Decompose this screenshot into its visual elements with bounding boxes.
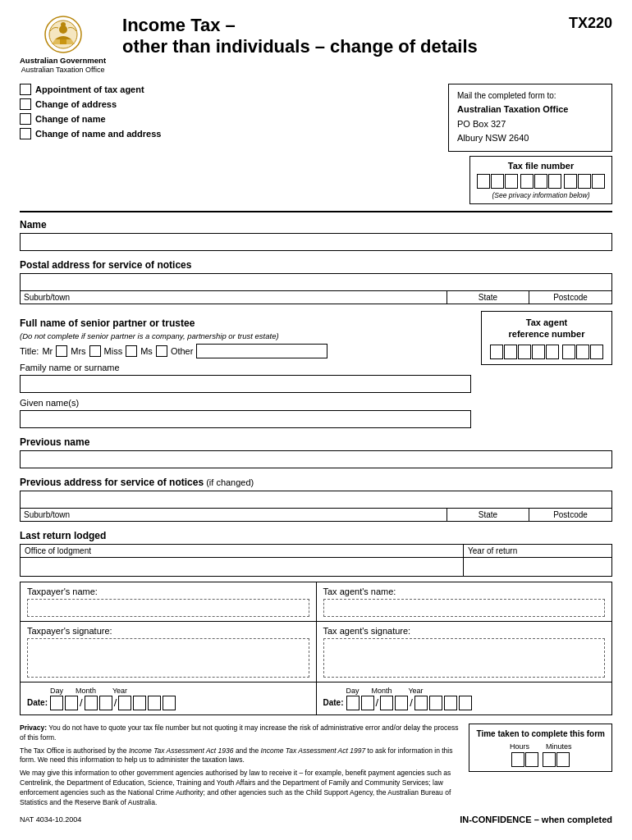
- title-mrs-label: Mrs: [71, 346, 85, 356]
- agent-sig-input[interactable]: [323, 638, 606, 678]
- hours-label: Hours: [510, 742, 529, 751]
- date-label-2-text: Date:: [323, 698, 344, 707]
- prev-address-row: Previous address for service of notices …: [20, 477, 612, 488]
- taxpayer-name-input[interactable]: [27, 599, 309, 617]
- agent-sig-half: Tax agent's signature:: [317, 622, 612, 682]
- minutes-cell[interactable]: [543, 752, 556, 767]
- date-cell[interactable]: [65, 696, 78, 710]
- date-cell[interactable]: [163, 696, 176, 710]
- taxpayer-name-half: Taxpayer's name:: [21, 582, 317, 621]
- day-label-1: Day: [50, 687, 63, 695]
- privacy-text2: The Tax Office is authorised by the: [20, 746, 129, 755]
- day-label-2: Day: [346, 687, 360, 695]
- hours-cell[interactable]: [525, 752, 538, 767]
- title-line2: other than individuals – change of detai…: [122, 36, 478, 57]
- checkbox-name-label: Change of name: [35, 114, 106, 124]
- taxpayer-name-label: Taxpayer's name:: [27, 587, 309, 596]
- tfn-note: (See privacy information below): [477, 191, 605, 199]
- ta-cell[interactable]: [562, 345, 575, 359]
- date-cell[interactable]: [395, 696, 408, 710]
- checkbox-address[interactable]: Change of address: [20, 98, 438, 110]
- tfn-cell[interactable]: [520, 174, 534, 189]
- ta-cell[interactable]: [546, 345, 559, 359]
- tfn-group-3: [564, 174, 605, 189]
- tfn-cell[interactable]: [491, 174, 504, 189]
- date-cell[interactable]: [361, 696, 374, 710]
- checkbox-appointment[interactable]: Appointment of tax agent: [20, 84, 438, 95]
- date-cell[interactable]: [459, 696, 472, 710]
- date-cell[interactable]: [429, 696, 442, 710]
- ta-cell[interactable]: [490, 345, 503, 359]
- title-line1: Income Tax –: [122, 15, 236, 35]
- form-title: Income Tax – other than individuals – ch…: [122, 15, 478, 58]
- last-return-label: Last return lodged: [20, 530, 612, 541]
- privacy-text1: You do not have to quote your tax file n…: [20, 724, 458, 742]
- agent-name-input[interactable]: [323, 599, 606, 617]
- tfn-cell[interactable]: [477, 174, 490, 189]
- family-name-input[interactable]: [20, 375, 471, 393]
- title-other-input[interactable]: [196, 344, 327, 358]
- prev-name-input[interactable]: [20, 450, 612, 468]
- ta-cell[interactable]: [518, 345, 531, 359]
- checkbox-address-box[interactable]: [20, 98, 31, 110]
- tfn-group-1: [477, 174, 518, 189]
- office-input[interactable]: [21, 558, 464, 576]
- postcode-label: Postcode: [529, 291, 611, 304]
- title-mr-checkbox[interactable]: [56, 345, 67, 357]
- year-input[interactable]: [464, 558, 611, 576]
- prev-address-note: (if changed): [206, 477, 254, 487]
- tax-agent-title: Tax agent reference number: [490, 317, 603, 340]
- tfn-cell[interactable]: [564, 174, 577, 189]
- tfn-box: Tax file number: [469, 156, 612, 204]
- checkbox-name-box[interactable]: [20, 113, 31, 125]
- footer-row: NAT 4034-10.2004 IN-CONFIDENCE – when co…: [20, 815, 612, 824]
- date-cell[interactable]: [346, 696, 360, 710]
- prev-postcode-label: Postcode: [529, 509, 611, 521]
- taxpayer-sig-input[interactable]: [27, 638, 309, 678]
- tfn-cell[interactable]: [534, 174, 547, 189]
- checkbox-appointment-box[interactable]: [20, 84, 31, 95]
- date-label-1: Day Month Year Date: /: [27, 687, 176, 710]
- ta-cell[interactable]: [590, 345, 603, 359]
- date-cell[interactable]: [444, 696, 457, 710]
- tfn-cell[interactable]: [592, 174, 605, 189]
- date-cell[interactable]: [50, 696, 63, 710]
- date-cell[interactable]: [85, 696, 98, 710]
- form-code: TX220: [569, 15, 612, 32]
- agent-date-row: Day Month Year Date: /: [317, 682, 612, 714]
- hours-cell[interactable]: [511, 752, 524, 767]
- date-cell[interactable]: [99, 696, 112, 710]
- tax-agent-line2: reference number: [509, 329, 585, 339]
- title-other-label: Other: [171, 346, 194, 356]
- title-miss-checkbox[interactable]: [126, 345, 137, 357]
- postal-input[interactable]: [20, 273, 612, 291]
- date-cell[interactable]: [148, 696, 161, 710]
- taxpayer-sig-label: Taxpayer's signature:: [27, 626, 309, 636]
- tfn-cell[interactable]: [548, 174, 561, 189]
- checkbox-name-address-box[interactable]: [20, 128, 31, 139]
- checkbox-name[interactable]: Change of name: [20, 113, 438, 125]
- minutes-cell[interactable]: [556, 752, 570, 767]
- prev-address-input[interactable]: [20, 491, 612, 509]
- tfn-cell[interactable]: [578, 174, 591, 189]
- last-return-headers: Office of lodgment Year of return: [21, 545, 611, 558]
- svg-point-4: [61, 22, 66, 27]
- date-cell[interactable]: [380, 696, 393, 710]
- agent-sig-label: Tax agent's signature:: [323, 626, 606, 636]
- mail-line3: Albury NSW 2640: [457, 131, 603, 146]
- date-cell[interactable]: [133, 696, 146, 710]
- name-input[interactable]: [20, 233, 612, 251]
- title-mrs-checkbox[interactable]: [89, 345, 101, 357]
- gov-text: Australian Government Australian Taxatio…: [20, 56, 106, 75]
- date-cell[interactable]: [414, 696, 428, 710]
- ta-cell[interactable]: [576, 345, 589, 359]
- checkbox-name-address[interactable]: Change of name and address: [20, 128, 438, 139]
- ta-cell[interactable]: [532, 345, 545, 359]
- title-ms-checkbox[interactable]: [156, 345, 167, 357]
- time-title: Time taken to complete this form: [476, 728, 605, 739]
- given-names-input[interactable]: [20, 410, 471, 428]
- nat-code: NAT 4034-10.2004: [20, 815, 81, 824]
- ta-cell[interactable]: [504, 345, 517, 359]
- tfn-cell[interactable]: [505, 174, 518, 189]
- date-cell[interactable]: [118, 696, 131, 710]
